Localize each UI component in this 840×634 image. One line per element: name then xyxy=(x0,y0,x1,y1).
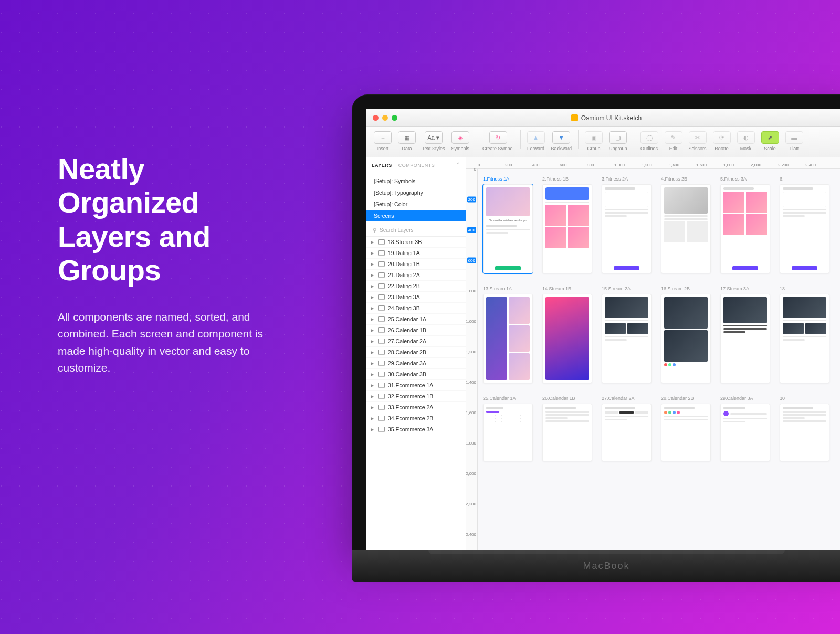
artboard-label: 6. xyxy=(780,176,830,182)
disclosure-icon[interactable]: ▶ xyxy=(371,394,375,399)
layer-item[interactable]: ▶19.Dating 1A xyxy=(366,248,466,259)
page-item[interactable]: [Setup]: Typography xyxy=(366,187,466,198)
artboard[interactable]: 14.Stream 1B xyxy=(542,286,592,383)
disclosure-icon[interactable]: ▶ xyxy=(371,251,375,256)
artboard[interactable]: 6. xyxy=(780,176,830,273)
disclosure-icon[interactable]: ▶ xyxy=(371,317,375,322)
minimize-icon[interactable] xyxy=(382,115,388,121)
artboard-icon xyxy=(378,394,385,399)
toolbar: ＋ Insert ▦ Data Aa ▾ Text Styles ◈ Symbo… xyxy=(366,127,840,157)
artboard[interactable]: 30 xyxy=(780,396,830,461)
tb-backward[interactable]: ▼ Backward xyxy=(549,130,574,151)
disclosure-icon[interactable]: ▶ xyxy=(371,284,375,289)
artboard[interactable]: 27.Calendar 2A xyxy=(602,396,652,461)
artboard[interactable]: 25.Calendar 1A··························… xyxy=(483,396,533,461)
layer-item[interactable]: ▶32.Ecommerce 1B xyxy=(366,391,466,402)
tab-layers[interactable]: LAYERS xyxy=(372,163,392,168)
layer-item[interactable]: ▶18.Stream 3B xyxy=(366,237,466,248)
artboard-label: 1.Fitness 1A xyxy=(483,176,533,182)
search-icon: ⚲ xyxy=(373,227,376,233)
layer-item[interactable]: ▶34.Ecommerce 2B xyxy=(366,413,466,424)
tb-edit[interactable]: ✎ Edit xyxy=(663,130,685,151)
artboard[interactable]: 26.Calendar 1B xyxy=(542,396,592,461)
layer-item[interactable]: ▶33.Ecommerce 2A xyxy=(366,402,466,413)
tb-group[interactable]: ▣ Group xyxy=(583,130,605,151)
traffic-lights[interactable] xyxy=(373,115,397,121)
layer-item[interactable]: ▶29.Calendar 3A xyxy=(366,358,466,369)
tb-scissors[interactable]: ✂ Scissors xyxy=(687,130,709,151)
tb-mask[interactable]: ◐ Mask xyxy=(735,130,757,151)
tab-components[interactable]: COMPONENTS xyxy=(398,163,435,168)
artboard[interactable]: 1.Fitness 1AChoose the suitable class fo… xyxy=(483,176,533,273)
tb-forward[interactable]: ▲ Forward xyxy=(525,130,547,151)
collapse-icon[interactable]: ⌃ xyxy=(456,162,461,168)
layer-item[interactable]: ▶28.Calendar 2B xyxy=(366,347,466,358)
layer-item[interactable]: ▶21.Dating 2A xyxy=(366,270,466,281)
page-item[interactable]: Screens xyxy=(366,210,466,221)
disclosure-icon[interactable]: ▶ xyxy=(371,427,375,432)
tb-scale[interactable]: ⬈ Scale xyxy=(759,130,781,151)
maximize-icon[interactable] xyxy=(392,115,397,121)
artboard[interactable]: 18 xyxy=(780,286,830,383)
tb-symbols[interactable]: ◈ Symbols xyxy=(449,130,472,151)
artboard[interactable]: 3.Fitness 2A xyxy=(602,176,652,273)
tb-insert[interactable]: ＋ Insert xyxy=(372,130,394,151)
disclosure-icon[interactable]: ▶ xyxy=(371,273,375,278)
disclosure-icon[interactable]: ▶ xyxy=(371,372,375,377)
artboard-icon xyxy=(378,327,385,333)
tb-flatten[interactable]: ▬ Flatt xyxy=(783,130,805,151)
artboard-icon xyxy=(378,383,385,388)
artboard-label: 17.Stream 3A xyxy=(720,286,770,291)
disclosure-icon[interactable]: ▶ xyxy=(371,383,375,388)
disclosure-icon[interactable]: ▶ xyxy=(371,339,375,344)
layer-search[interactable]: ⚲ Search Layers xyxy=(366,224,466,237)
tb-data[interactable]: ▦ Data xyxy=(396,130,418,151)
layer-item[interactable]: ▶22.Dating 2B xyxy=(366,281,466,292)
artboard-label: 29.Calendar 3A xyxy=(720,396,770,401)
disclosure-icon[interactable]: ▶ xyxy=(371,306,375,311)
artboard[interactable]: 17.Stream 3A xyxy=(720,286,770,383)
artboard-icon xyxy=(378,283,385,289)
artboard-icon xyxy=(378,250,385,256)
artboard[interactable]: 15.Stream 2A xyxy=(602,286,652,383)
tb-textstyles[interactable]: Aa ▾ Text Styles xyxy=(420,130,447,151)
artboard-thumb xyxy=(780,294,830,383)
layer-item[interactable]: ▶26.Calendar 1B xyxy=(366,325,466,336)
disclosure-icon[interactable]: ▶ xyxy=(371,262,375,267)
layer-item[interactable]: ▶30.Calendar 3B xyxy=(366,369,466,380)
disclosure-icon[interactable]: ▶ xyxy=(371,295,375,300)
layer-item[interactable]: ▶27.Calendar 2A xyxy=(366,336,466,347)
add-page-icon[interactable]: ＋ xyxy=(448,162,453,168)
disclosure-icon[interactable]: ▶ xyxy=(371,361,375,366)
page-item[interactable]: [Setup]: Color xyxy=(366,198,466,210)
disclosure-icon[interactable]: ▶ xyxy=(371,405,375,410)
layer-item[interactable]: ▶35.Ecommerce 3A xyxy=(366,424,466,435)
page-item[interactable]: [Setup]: Symbols xyxy=(366,175,466,187)
artboard-icon xyxy=(378,339,385,344)
disclosure-icon[interactable]: ▶ xyxy=(371,328,375,333)
artboard[interactable]: 16.Stream 2B xyxy=(661,286,711,383)
disclosure-icon[interactable]: ▶ xyxy=(371,350,375,355)
tb-create-symbol[interactable]: ↻ Create Symbol xyxy=(480,130,516,151)
tb-ungroup[interactable]: ▢ Ungroup xyxy=(607,130,629,151)
artboard[interactable]: 2.Fitness 1B xyxy=(542,176,592,273)
layer-item[interactable]: ▶23.Dating 3A xyxy=(366,292,466,303)
artboard[interactable]: 4.Fitness 2B xyxy=(661,176,711,273)
artboard[interactable]: 29.Calendar 3A xyxy=(720,396,770,461)
layer-item[interactable]: ▶31.Ecommerce 1A xyxy=(366,380,466,391)
artboard-label: 3.Fitness 2A xyxy=(602,176,652,182)
canvas[interactable]: 1.Fitness 1AChoose the suitable class fo… xyxy=(478,169,840,550)
tb-outlines[interactable]: ◯ Outlines xyxy=(638,130,660,151)
layer-item[interactable]: ▶25.Calendar 1A xyxy=(366,314,466,325)
artboard-thumb xyxy=(720,404,770,461)
layer-item[interactable]: ▶20.Dating 1B xyxy=(366,259,466,270)
tb-rotate[interactable]: ⟳ Rotate xyxy=(711,130,733,151)
disclosure-icon[interactable]: ▶ xyxy=(371,240,375,245)
artboard-thumb xyxy=(602,404,652,461)
artboard[interactable]: 5.Fitness 3A xyxy=(720,176,770,273)
layer-item[interactable]: ▶24.Dating 3B xyxy=(366,303,466,314)
artboard[interactable]: 13.Stream 1A xyxy=(483,286,533,383)
disclosure-icon[interactable]: ▶ xyxy=(371,416,375,421)
artboard[interactable]: 28.Calendar 2B xyxy=(661,396,711,461)
close-icon[interactable] xyxy=(373,115,379,121)
